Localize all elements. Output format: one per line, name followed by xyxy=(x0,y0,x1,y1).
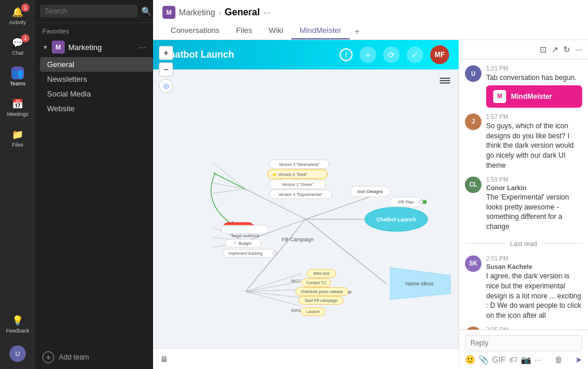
sticker-icon[interactable]: 🏷 xyxy=(509,355,517,364)
message-row: SK 2:01 PM Susan Kachele I agree, the da… xyxy=(465,255,582,321)
mindmap-bottombar: 🖥 xyxy=(153,348,459,369)
topbar-share-icon[interactable]: ⟳ xyxy=(383,46,400,63)
monitor-icon[interactable]: 🖥 xyxy=(160,354,168,364)
svg-text:Version 4 "Experimental": Version 4 "Experimental" xyxy=(278,192,323,197)
mindmap-container[interactable]: Chatbot Launch i + ⟳ ✓ MF + − ◎ xyxy=(153,40,459,369)
channel-panel: 🔍 ✏️ Favorites ▼ M Marketing ··· General… xyxy=(35,0,153,369)
teams-label: Teams xyxy=(10,81,26,87)
tab-wiki[interactable]: Wiki xyxy=(261,22,292,39)
message-text: The 'Experimental' version looks pretty … xyxy=(486,192,582,232)
divider-line xyxy=(465,243,506,244)
breadcrumb-sep: › xyxy=(218,8,221,17)
svg-text:Target audience: Target audience xyxy=(231,234,260,238)
mindmap-title: Chatbot Launch xyxy=(162,49,333,60)
add-team-label: Add team xyxy=(59,353,89,361)
chat-panel: ⊡ ↗ ↻ ··· U 1:21 PM Tab conversation has… xyxy=(459,40,588,369)
chat-popout-icon[interactable]: ↗ xyxy=(552,45,559,54)
sidebar-item-activity[interactable]: 🔔 1 Activity xyxy=(2,0,33,31)
chat-input-area: 🙂 📎 GIF 🏷 📷 ··· 🗑 ➤ xyxy=(459,330,588,369)
mindmap-topbar: Chatbot Launch i + ⟳ ✓ MF xyxy=(153,40,459,69)
sidebar-item-chat[interactable]: 💬 1 Chat xyxy=(2,31,33,61)
channel-item-general[interactable]: General xyxy=(40,57,153,72)
emoji-icon[interactable]: 🙂 xyxy=(465,355,475,364)
sidebar-item-teams[interactable]: 👥 Teams xyxy=(2,61,33,92)
delete-icon[interactable]: 🗑 xyxy=(554,355,563,364)
svg-line-16 xyxy=(245,291,302,297)
team-more-icon[interactable]: ··· xyxy=(139,42,146,52)
chat-toolbar: ⊡ ↗ ↻ ··· xyxy=(459,40,588,59)
reply-input[interactable] xyxy=(465,335,582,351)
message-sender: Susan Kachele xyxy=(486,263,582,270)
tab-files[interactable]: Files xyxy=(228,22,260,39)
header-team-icon: M xyxy=(162,6,175,19)
svg-line-17 xyxy=(245,291,302,306)
mindmeister-card[interactable]: M MindMeister xyxy=(486,85,582,108)
chat-more-icon[interactable]: ··· xyxy=(575,45,582,54)
zoom-in-button[interactable]: + xyxy=(159,46,173,60)
sidebar-item-feedback[interactable]: 💡 Feedback xyxy=(2,309,33,338)
svg-text:PR Plan: PR Plan xyxy=(398,200,414,205)
svg-point-25 xyxy=(423,200,427,204)
chat-refresh-icon[interactable]: ↻ xyxy=(563,45,570,54)
channel-item-newsletters[interactable]: Newsletters xyxy=(40,72,153,87)
svg-text:›: › xyxy=(261,241,262,245)
attach-icon[interactable]: 📎 xyxy=(479,355,489,364)
activity-label: Activity xyxy=(9,19,26,25)
message-content: 2:01 PM Susan Kachele I agree, the dark … xyxy=(486,255,582,321)
tab-mindmeister[interactable]: MindMeister xyxy=(291,22,350,39)
meetings-icon: 📅 xyxy=(11,97,24,110)
team-header-marketing[interactable]: ▼ M Marketing ··· xyxy=(35,37,153,57)
avatar: CL xyxy=(465,177,481,193)
channel-item-website[interactable]: Website xyxy=(40,101,153,116)
gif-icon[interactable]: GIF xyxy=(492,355,506,364)
info-icon[interactable]: i xyxy=(340,48,353,61)
meeting-icon[interactable]: 📷 xyxy=(521,355,531,364)
message-sender: Conor Larkin xyxy=(486,184,582,191)
svg-line-6 xyxy=(213,163,245,189)
svg-text:›: › xyxy=(328,162,330,167)
divider-line xyxy=(542,243,582,244)
add-tab-button[interactable]: + xyxy=(350,24,364,39)
svg-text:›: › xyxy=(325,182,326,187)
topbar-check-icon[interactable]: ✓ xyxy=(407,46,423,63)
sidebar-item-files[interactable]: 📁 Files xyxy=(2,122,33,153)
svg-text:Beta test: Beta test xyxy=(314,271,330,275)
tab-conversations[interactable]: Conversations xyxy=(162,22,228,39)
add-team-button[interactable]: + Add team xyxy=(35,345,153,369)
send-icon[interactable]: ➤ xyxy=(575,355,582,364)
svg-text:Start FB campaign: Start FB campaign xyxy=(304,298,338,303)
header-channel-name: General xyxy=(225,7,260,18)
team-icon: M xyxy=(52,41,65,54)
svg-line-8 xyxy=(213,183,245,189)
message-text: I agree, the dark version is nice but th… xyxy=(486,271,582,321)
message-text: So guys, which of the icon designs do yo… xyxy=(486,121,582,171)
chat-label: Chat xyxy=(12,50,23,56)
teams-icon: 👥 xyxy=(11,67,24,79)
svg-text:›: › xyxy=(331,192,333,197)
more-tools-icon[interactable]: ··· xyxy=(534,355,542,364)
chat-expand-icon[interactable]: ⊡ xyxy=(540,45,547,54)
svg-text:?: ? xyxy=(234,241,236,245)
header-breadcrumb: M Marketing › General ··· xyxy=(162,6,579,19)
svg-text:⭐ Version 2 "Dark": ⭐ Version 2 "Dark" xyxy=(272,172,308,177)
message-text: Tab conversation has begun. xyxy=(486,73,582,83)
topbar-add-icon[interactable]: + xyxy=(360,46,376,63)
message-time: 2:01 PM xyxy=(486,255,582,262)
svg-text:Implement tracking: Implement tracking xyxy=(228,251,263,256)
message-content: 1:21 PM Tab conversation has begun. M Mi… xyxy=(486,65,582,108)
sidebar-item-meetings[interactable]: 📅 Meetings xyxy=(2,92,33,122)
svg-text:Version 3 "Minimalistic": Version 3 "Minimalistic" xyxy=(278,162,320,167)
main-area: M Marketing › General ··· Conversations … xyxy=(153,0,588,369)
add-circle-icon: + xyxy=(42,351,54,363)
sidebar: 🔔 1 Activity 💬 1 Chat 👥 Teams 📅 Meetings… xyxy=(0,0,35,369)
favorites-label: Favorites xyxy=(35,23,153,37)
content-area: Chatbot Launch i + ⟳ ✓ MF + − ◎ xyxy=(153,40,588,369)
user-avatar-sidebar[interactable]: U xyxy=(2,338,33,369)
avatar: SK xyxy=(465,255,481,272)
meetings-label: Meetings xyxy=(7,111,29,117)
svg-text:Budget: Budget xyxy=(238,241,251,246)
search-input[interactable] xyxy=(40,5,138,18)
header-more-button[interactable]: ··· xyxy=(263,8,270,17)
tab-bar: Conversations Files Wiki MindMeister + xyxy=(162,22,579,39)
channel-item-social-media[interactable]: Social Media xyxy=(40,87,153,101)
